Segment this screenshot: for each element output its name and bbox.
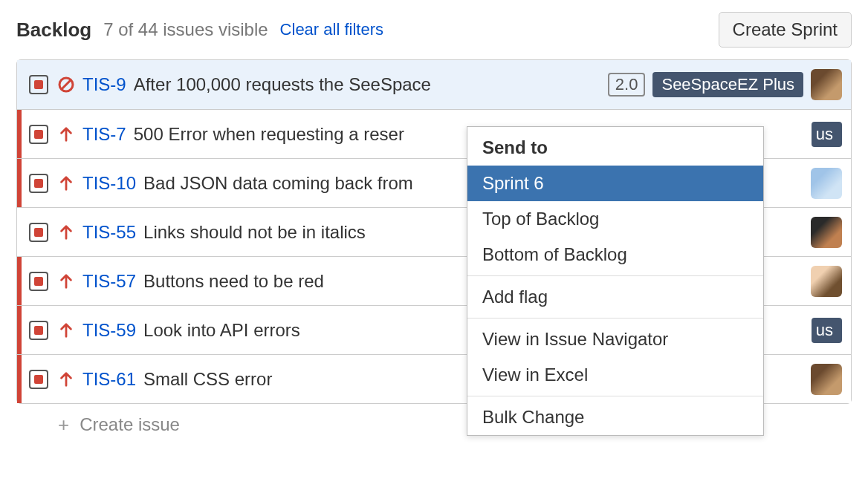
context-menu-item[interactable]: Sprint 6 (467, 166, 763, 201)
menu-separator (467, 396, 763, 396)
context-menu-item[interactable]: Top of Backlog (467, 201, 763, 237)
issue-key[interactable]: TIS-10 (82, 173, 136, 194)
priority-stripe (17, 159, 22, 207)
assignee-avatar[interactable] (811, 69, 842, 100)
epic-badge[interactable]: us (812, 318, 842, 343)
row-badges (811, 168, 842, 199)
issue-key[interactable]: TIS-9 (82, 74, 126, 95)
create-issue-label: Create issue (80, 414, 180, 435)
issue-key[interactable]: TIS-55 (82, 222, 136, 243)
issue-key[interactable]: TIS-61 (82, 369, 136, 390)
context-menu-item[interactable]: View in Excel (467, 357, 763, 393)
issue-key[interactable]: TIS-7 (82, 124, 126, 145)
priority-stripe (17, 110, 22, 158)
epic-badge[interactable]: us (812, 122, 842, 147)
issue-type-icon (29, 75, 48, 94)
plus-icon: + (58, 415, 69, 434)
priority-high-icon (57, 125, 75, 143)
row-badges (811, 364, 842, 395)
row-badges: us (812, 318, 842, 343)
issue-type-icon (29, 272, 48, 291)
context-menu: Send to Sprint 6Top of BacklogBottom of … (467, 126, 764, 436)
priority-high-icon (57, 272, 75, 290)
version-badge[interactable]: 2.0 (608, 73, 646, 97)
assignee-avatar[interactable] (811, 266, 842, 297)
issue-summary: After 100,000 requests the SeeSpace (134, 74, 600, 95)
priority-high-icon (57, 174, 75, 192)
create-sprint-button[interactable]: Create Sprint (719, 12, 852, 48)
priority-high-icon (57, 370, 75, 388)
assignee-avatar[interactable] (811, 364, 842, 395)
priority-high-icon (57, 223, 75, 241)
issue-type-icon (29, 321, 48, 340)
priority-stripe (17, 60, 22, 109)
issue-type-icon (29, 223, 48, 242)
priority-high-icon (57, 321, 75, 339)
svg-line-1 (62, 80, 71, 90)
row-badges (811, 217, 842, 248)
row-badges: 2.0SeeSpaceEZ Plus (608, 69, 842, 100)
priority-stripe (17, 355, 22, 403)
clear-filters-link[interactable]: Clear all filters (280, 20, 383, 39)
menu-separator (467, 318, 763, 318)
issue-row[interactable]: TIS-9After 100,000 requests the SeeSpace… (17, 60, 851, 109)
issue-count: 7 of 44 issues visible (103, 19, 268, 40)
row-badges (811, 266, 842, 297)
issue-type-icon (29, 125, 48, 144)
context-menu-item[interactable]: Add flag (467, 279, 763, 315)
blocker-icon (57, 76, 75, 94)
context-menu-item[interactable]: View in Issue Navigator (467, 321, 763, 357)
issue-type-icon (29, 370, 48, 389)
context-menu-item[interactable]: Bulk Change (467, 399, 763, 435)
priority-stripe (17, 257, 22, 305)
context-menu-title: Send to (467, 127, 763, 166)
priority-stripe (17, 306, 22, 354)
epic-badge[interactable]: SeeSpaceEZ Plus (652, 72, 803, 97)
issue-type-icon (29, 174, 48, 193)
assignee-avatar[interactable] (811, 217, 842, 248)
row-badges: us (812, 122, 842, 147)
menu-separator (467, 275, 763, 276)
assignee-avatar[interactable] (811, 168, 842, 199)
issue-key[interactable]: TIS-57 (82, 271, 136, 292)
priority-stripe (17, 208, 22, 256)
page-title: Backlog (16, 19, 91, 42)
issue-key[interactable]: TIS-59 (82, 320, 136, 341)
context-menu-item[interactable]: Bottom of Backlog (467, 237, 763, 272)
